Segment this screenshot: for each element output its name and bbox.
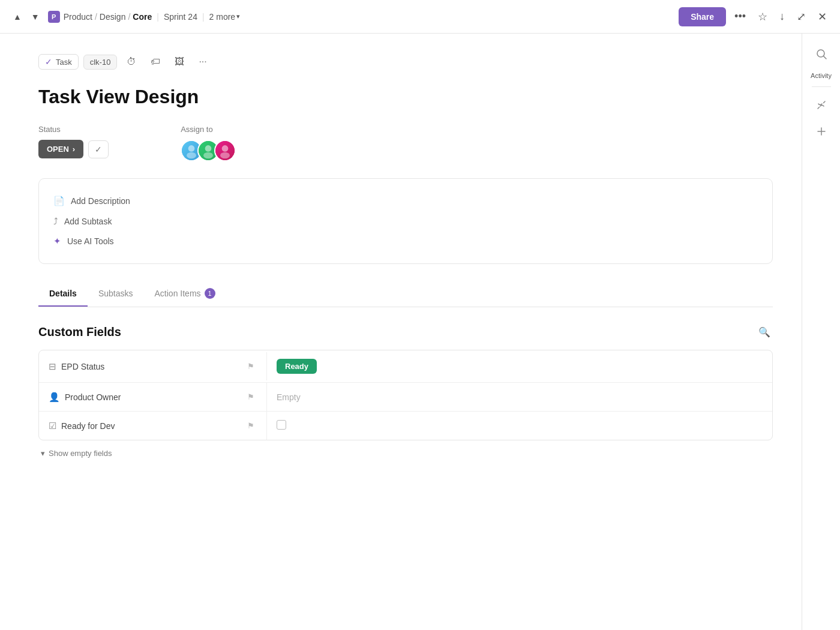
cf-label-epd-status: ⊟ EPD Status ⚑ [39, 352, 267, 380]
status-check-button[interactable]: ✓ [88, 140, 109, 158]
search-icon [815, 48, 827, 60]
task-check-icon: ✓ [45, 57, 52, 67]
svg-point-5 [203, 152, 213, 159]
avatars-row[interactable] [181, 140, 236, 161]
topbar-actions: Share ••• ☆ ↓ ⤢ ✕ [679, 7, 830, 27]
cf-label-product-owner: 👤 Product Owner ⚑ [39, 383, 267, 411]
breadcrumb-sep3: | [157, 12, 159, 22]
main-layout: ✓ Task clk-10 ⏱ 🏷 🖼 ··· Task View Design… [0, 34, 840, 630]
task-id-badge[interactable]: clk-10 [83, 55, 118, 70]
task-title: Task View Design [38, 85, 773, 108]
hourglass-button[interactable]: ⏱ [122, 53, 141, 71]
tab-subtasks[interactable]: Subtasks [88, 281, 144, 307]
description-card: 📄 Add Description ⤴ Add Subtask ✦ Use AI… [38, 178, 773, 264]
cf-label-ready-for-dev: ☑ Ready for Dev ⚑ [39, 412, 267, 440]
cf-epd-pin-button[interactable]: ⚑ [245, 361, 257, 372]
tabs-row: Details Subtasks Action Items 1 [38, 281, 773, 307]
more-options-button[interactable]: ••• [731, 7, 749, 26]
cf-value-ready-for-dev[interactable] [267, 412, 772, 440]
download-button[interactable]: ↓ [776, 7, 788, 26]
tab-details-label: Details [49, 289, 77, 298]
custom-fields-search-button[interactable]: 🔍 [756, 324, 773, 340]
breadcrumb-sep2: / [128, 12, 130, 22]
show-empty-label: Show empty fields [49, 449, 112, 458]
document-icon: 📄 [53, 196, 65, 206]
cf-ready-for-dev-pin-button[interactable]: ⚑ [245, 420, 257, 431]
tab-subtasks-label: Subtasks [98, 289, 133, 298]
status-assign-row: Status OPEN › ✓ Assign to [38, 125, 773, 161]
svg-point-4 [205, 146, 212, 152]
show-empty-fields-row[interactable]: ▾ Show empty fields [38, 440, 773, 466]
status-open-button[interactable]: OPEN › [38, 140, 83, 158]
svg-line-10 [823, 56, 826, 59]
more-task-button[interactable]: ··· [194, 53, 211, 71]
right-sidebar: Activity [802, 34, 840, 630]
link-button[interactable] [811, 94, 832, 116]
breadcrumb: P Product / Design / Core | Sprint 24 | … [48, 11, 240, 23]
cf-epd-status-label: EPD Status [61, 362, 104, 371]
star-button[interactable]: ☆ [754, 7, 771, 27]
cf-value-epd-status[interactable]: Ready [267, 350, 772, 382]
breadcrumb-product[interactable]: Product [64, 12, 92, 22]
cf-value-product-owner[interactable]: Empty [267, 384, 772, 410]
avatar-3-image [215, 140, 235, 161]
collapse-button[interactable]: ⤢ [793, 7, 809, 27]
activity-search-button[interactable] [811, 43, 832, 65]
cf-ready-for-dev-label: Ready for Dev [61, 421, 115, 431]
sidebar-divider-1 [812, 86, 831, 87]
checkbox-icon: ☑ [49, 421, 56, 431]
breadcrumb-design[interactable]: Design [100, 12, 126, 22]
svg-point-2 [187, 152, 196, 159]
tab-details[interactable]: Details [38, 281, 88, 307]
close-button[interactable]: ✕ [814, 7, 830, 27]
breadcrumb-sprint[interactable]: Sprint 24 [164, 12, 197, 22]
assign-label: Assign to [181, 125, 236, 134]
custom-fields-section-title: Custom Fields 🔍 [38, 324, 773, 340]
add-button[interactable] [811, 121, 832, 142]
svg-point-1 [188, 146, 195, 152]
status-btn-row: OPEN › ✓ [38, 140, 109, 158]
breadcrumb-more[interactable]: 2 more ▾ [209, 12, 241, 22]
ready-badge: Ready [277, 359, 317, 374]
person-icon: 👤 [49, 392, 60, 403]
custom-fields-title: Custom Fields [38, 325, 121, 339]
add-description-item[interactable]: 📄 Add Description [53, 191, 758, 211]
add-subtask-item[interactable]: ⤴ Add Subtask [53, 211, 758, 231]
cf-row-ready-for-dev: ☑ Ready for Dev ⚑ [39, 412, 772, 440]
cf-product-owner-pin-button[interactable]: ⚑ [245, 391, 257, 403]
use-ai-item[interactable]: ✦ Use AI Tools [53, 231, 758, 251]
activity-label: Activity [811, 72, 832, 79]
tab-action-items-label: Action Items [155, 289, 201, 298]
ready-for-dev-checkbox[interactable] [277, 420, 286, 430]
task-type-badge[interactable]: ✓ Task [38, 54, 79, 70]
nav-up-button[interactable]: ▲ [10, 10, 25, 24]
svg-point-8 [220, 152, 230, 159]
show-empty-chevron: ▾ [41, 449, 45, 458]
image-button[interactable]: 🖼 [170, 53, 189, 71]
breadcrumb-sep4: | [202, 12, 205, 22]
status-label: Status [38, 125, 109, 134]
cf-row-product-owner: 👤 Product Owner ⚑ Empty [39, 383, 772, 412]
plus-icon [815, 125, 827, 137]
share-button[interactable]: Share [679, 7, 726, 26]
add-description-label: Add Description [71, 196, 130, 206]
link-icon [815, 99, 827, 111]
task-type-label: Task [56, 58, 72, 67]
ai-icon: ✦ [53, 236, 61, 247]
cf-product-owner-label: Product Owner [65, 392, 121, 402]
tab-action-items[interactable]: Action Items 1 [144, 281, 226, 307]
action-items-badge: 1 [205, 288, 215, 299]
content-area: ✓ Task clk-10 ⏱ 🏷 🖼 ··· Task View Design… [0, 34, 802, 630]
product-owner-empty: Empty [277, 392, 301, 402]
use-ai-label: Use AI Tools [67, 236, 114, 246]
custom-fields-table: ⊟ EPD Status ⚑ Ready 👤 Product Owner ⚑ E… [38, 350, 773, 440]
task-header-row: ✓ Task clk-10 ⏱ 🏷 🖼 ··· [38, 53, 773, 71]
avatar-3[interactable] [214, 140, 236, 161]
breadcrumb-core[interactable]: Core [133, 12, 152, 22]
tag-button[interactable]: 🏷 [146, 53, 165, 71]
breadcrumb-sep1: / [95, 12, 97, 22]
assign-section: Assign to [181, 125, 236, 161]
nav-down-button[interactable]: ▼ [28, 10, 43, 24]
project-icon: P [48, 11, 60, 23]
add-subtask-label: Add Subtask [64, 217, 112, 226]
